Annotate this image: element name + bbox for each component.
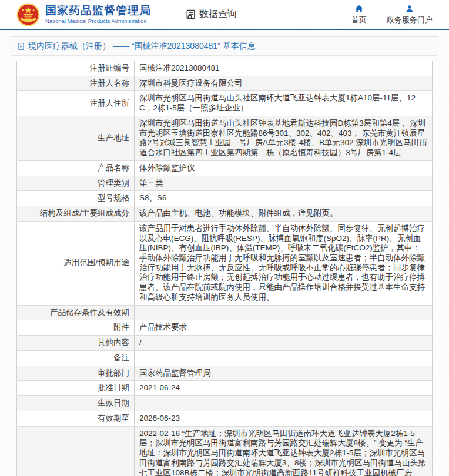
row-label: 型号规格 (17, 191, 135, 206)
agency-logo-block: 国家药品监督管理局 National Medical Products Admi… (16, 3, 151, 26)
content-panel: 境内医疗器械（注册） —— “国械注准20213080481” 基本信息 注册证… (11, 36, 438, 476)
table-row: 生产地址 深圳市光明区马田街道马山头社区钟表基地君斯达科技园D栋第3层和第4层，… (17, 116, 433, 160)
row-label: 适用范围/预期用途 (17, 221, 135, 305)
row-label: 注册人住所 (17, 91, 135, 116)
site-header: 国家药品监督管理局 National Medical Products Admi… (0, 0, 449, 30)
data-query-link[interactable]: 数据查询 (185, 8, 237, 21)
row-label: 结构及组成/主要组成成分 (17, 206, 135, 222)
agency-name-en: National Medical Products Administration (45, 18, 151, 24)
table-row: 注册人住所 深圳市光明区马田街道马山头社区南环大道飞亚达钟表大厦1栋A10层-1… (17, 91, 433, 116)
table-row: 附件 产品技术要求 (17, 320, 433, 336)
row-value (135, 350, 433, 366)
page-title-bar: 境内医疗器械（注册） —— “国械注准20213080481” 基本信息 (11, 37, 438, 56)
table-row: 其他内容 / (17, 336, 433, 351)
table-row: 有效期至 2026-06-23 (17, 411, 433, 426)
table-row: 适用范围/预期用途 该产品用于对患者进行手动体外除颤、半自动体外除颤、同步复律、… (17, 221, 433, 305)
row-value: 体外除颤监护仪 (135, 160, 433, 176)
row-label: 注册人名称 (17, 76, 135, 91)
table-row: 备注 (17, 350, 433, 366)
row-label: 附件 (17, 320, 135, 336)
nav-home-label: 首页 (351, 15, 367, 25)
row-value: 2022-02-16 “生产地址：深圳市光明区马田街道南环大道飞亚达钟表大厦2栋… (135, 426, 433, 476)
table-row: 产品储存条件及有效期 (17, 305, 433, 320)
row-value: 产品技术要求 (135, 320, 433, 336)
data-query-label: 数据查询 (199, 8, 237, 21)
nav-portal-label: 政务服务门户 (387, 15, 433, 25)
row-value: 深圳市光明区马田街道马山头社区南环大道飞亚达钟表大厦1栋A10层-11层、12C… (135, 91, 433, 116)
row-label: 产品储存条件及有效期 (17, 305, 135, 320)
row-value: 国家药品监督管理局 (135, 366, 433, 381)
page-title: 境内医疗器械（注册） —— “国械注准20213080481” 基本信息 (28, 41, 256, 52)
table-row: 产品名称 体外除颤监护仪 (17, 160, 433, 176)
table-row: 审批部门 国家药品监督管理局 (17, 366, 433, 381)
data-query-icon (185, 9, 197, 21)
row-label: 审批部门 (17, 366, 135, 381)
header-nav: 首页 政务服务门户 (351, 4, 433, 25)
row-label: 生效日期 (17, 396, 135, 411)
row-value: 国械注准20213080481 (135, 61, 433, 76)
registration-info-table: 注册证编号 国械注准20213080481 注册人名称 深圳市科曼医疗设备有限公… (16, 61, 433, 476)
row-value: 该产品用于对患者进行手动体外除颤、半自动体外除颤、同步复律、无创起搏治疗以及心电… (135, 221, 433, 305)
row-value (135, 305, 433, 320)
row-value: 2026-06-23 (135, 411, 433, 426)
agency-name-cn: 国家药品监督管理局 (45, 5, 151, 17)
row-value: 2021-06-24 (135, 381, 433, 396)
row-label: 注册证编号 (17, 61, 135, 76)
row-label: 备注 (17, 350, 135, 366)
table-row: 注册证编号 国械注准20213080481 (17, 61, 433, 76)
row-label (17, 426, 135, 476)
document-icon (17, 42, 25, 51)
table-row: 管理类别 第三类 (17, 176, 433, 191)
row-value: 第三类 (135, 176, 433, 191)
row-label: 其他内容 (17, 336, 135, 351)
table-row: 2022-02-16 “生产地址：深圳市光明区马田街道南环大道飞亚达钟表大厦2栋… (17, 426, 433, 476)
row-value: S8、S6 (135, 191, 433, 206)
row-value (135, 396, 433, 411)
nav-portal[interactable]: 政务服务门户 (387, 4, 433, 25)
row-value: / (135, 336, 433, 351)
table-row: 结构及组成/主要组成成分 该产品由主机、电池、功能模块、附件组成，详见附页。 (17, 206, 433, 222)
row-label: 产品名称 (17, 160, 135, 176)
table-row: 注册人名称 深圳市科曼医疗设备有限公司 (17, 76, 433, 91)
table-row: 生效日期 (17, 396, 433, 411)
row-label: 管理类别 (17, 176, 135, 191)
row-label: 生产地址 (17, 116, 135, 160)
row-label: 有效期至 (17, 411, 135, 426)
table-row: 型号规格 S8、S6 (17, 191, 433, 206)
main-background: 境内医疗器械（注册） —— “国械注准20213080481” 基本信息 注册证… (0, 30, 449, 476)
user-icon (405, 4, 414, 14)
national-emblem-icon (16, 3, 40, 26)
row-value: 深圳市光明区马田街道马山头社区钟表基地君斯达科技园D栋第3层和第4层， 深圳市光… (135, 116, 433, 160)
row-value: 该产品由主机、电池、功能模块、附件组成，详见附页。 (135, 206, 433, 222)
info-table-body: 注册证编号 国械注准20213080481 注册人名称 深圳市科曼医疗设备有限公… (17, 61, 433, 476)
row-value: 深圳市科曼医疗设备有限公司 (135, 76, 433, 91)
row-label: 批准日期 (17, 381, 135, 396)
table-row: 批准日期 2021-06-24 (17, 381, 433, 396)
nav-home[interactable]: 首页 (351, 4, 367, 25)
home-icon (354, 4, 364, 14)
